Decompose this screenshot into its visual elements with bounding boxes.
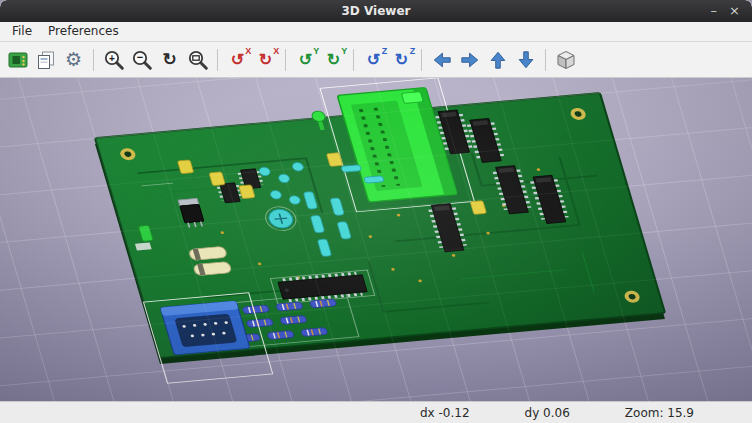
titlebar[interactable]: 3D Viewer – × xyxy=(0,0,752,22)
toolbar-separator xyxy=(93,49,94,71)
move-right-icon xyxy=(460,50,480,70)
copy-image-icon xyxy=(35,49,57,71)
plus-sign: + xyxy=(109,52,115,63)
reload-board-icon xyxy=(7,49,29,71)
window-controls: – × xyxy=(711,0,752,22)
close-button[interactable]: × xyxy=(729,0,740,22)
rotate-y-cw-icon: ↻Y xyxy=(327,52,340,68)
ortho-view-cube-icon xyxy=(555,49,577,71)
toolbar-separator xyxy=(421,49,422,71)
settings-button[interactable]: ⚙ xyxy=(60,46,87,74)
toolbar-separator xyxy=(217,49,218,71)
status-dy: dy 0.06 xyxy=(525,406,570,420)
move-down-button[interactable] xyxy=(512,46,539,74)
menu-file[interactable]: File xyxy=(4,22,40,41)
redraw-icon: ↻ xyxy=(162,51,176,68)
move-right-button[interactable] xyxy=(456,46,483,74)
redraw-button[interactable]: ↻ xyxy=(156,46,183,74)
rotate-y-pos-button[interactable]: ↻Y xyxy=(320,46,347,74)
menubar: File Preferences xyxy=(0,22,752,42)
gear-icon: ⚙ xyxy=(65,50,82,69)
move-left-icon xyxy=(432,50,452,70)
minimize-button[interactable]: – xyxy=(711,0,718,22)
status-dx: dx -0.12 xyxy=(420,406,470,420)
move-up-button[interactable] xyxy=(484,46,511,74)
zoom-in-icon: + xyxy=(103,49,125,71)
zoom-in-button[interactable]: + xyxy=(100,46,127,74)
move-left-button[interactable] xyxy=(428,46,455,74)
zoom-fit-button[interactable] xyxy=(184,46,211,74)
window-title: 3D Viewer xyxy=(0,4,752,18)
rotate-x-ccw-icon: ↺X xyxy=(231,52,244,68)
rotate-z-pos-button[interactable]: ↻Z xyxy=(388,46,415,74)
move-down-icon xyxy=(516,50,536,70)
toolbar-separator xyxy=(545,49,546,71)
zoom-out-button[interactable]: − xyxy=(128,46,155,74)
ortho-view-button[interactable] xyxy=(552,46,579,74)
rotate-z-neg-button[interactable]: ↺Z xyxy=(360,46,387,74)
toolbar-separator xyxy=(285,49,286,71)
status-zoom: Zoom: 15.9 xyxy=(625,406,694,420)
menu-preferences[interactable]: Preferences xyxy=(40,22,127,41)
rotate-x-pos-button[interactable]: ↻X xyxy=(252,46,279,74)
toolbar: ⚙ + − ↻ xyxy=(0,42,752,78)
3d-viewer-window: 3D Viewer – × File Preferences xyxy=(0,0,752,423)
statusbar: dx -0.12 dy 0.06 Zoom: 15.9 xyxy=(0,401,752,423)
move-up-icon xyxy=(488,50,508,70)
reload-board-button[interactable] xyxy=(4,46,31,74)
minus-sign: − xyxy=(136,51,142,63)
toolbar-separator xyxy=(353,49,354,71)
rotate-z-cw-icon: ↻Z xyxy=(395,52,408,68)
copy-image-button[interactable] xyxy=(32,46,59,74)
rotate-x-cw-icon: ↻X xyxy=(259,52,272,68)
viewport-3d[interactable] xyxy=(0,78,752,401)
rotate-x-neg-button[interactable]: ↺X xyxy=(224,46,251,74)
pcb-3d-render xyxy=(0,78,752,401)
rotate-y-neg-button[interactable]: ↺Y xyxy=(292,46,319,74)
rotate-z-ccw-icon: ↺Z xyxy=(367,52,380,68)
rotate-y-ccw-icon: ↺Y xyxy=(299,52,312,68)
zoom-fit-icon xyxy=(187,49,209,71)
zoom-out-icon: − xyxy=(131,49,153,71)
